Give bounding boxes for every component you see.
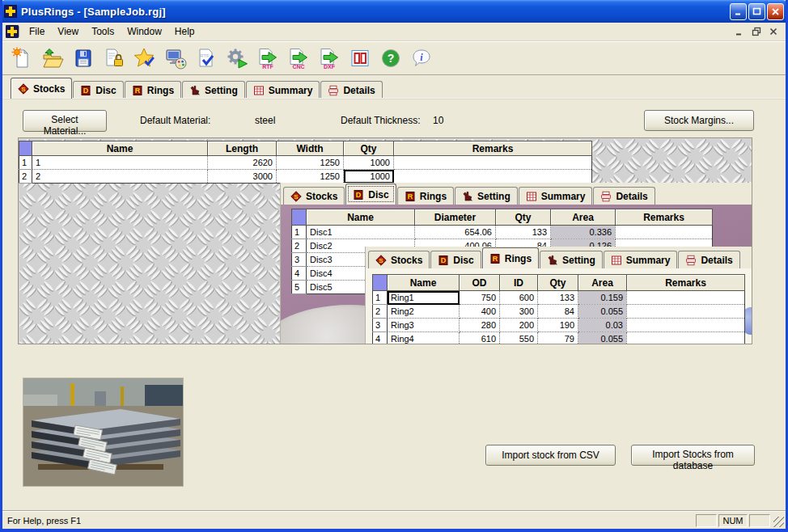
- column-header-remarks[interactable]: Remarks: [394, 141, 592, 156]
- row-number[interactable]: 4: [373, 332, 388, 345]
- import-stocks-from-database-button[interactable]: Import Stocks from database: [631, 445, 755, 466]
- column-header-remarks[interactable]: Remarks: [616, 209, 713, 226]
- column-header-qty[interactable]: Qty: [344, 141, 394, 156]
- mdi-close-button[interactable]: [765, 25, 781, 38]
- grid-cell[interactable]: 280: [460, 319, 500, 332]
- tab-stocks[interactable]: Stocks: [11, 78, 72, 99]
- tab-summary[interactable]: Summary: [519, 187, 593, 205]
- export-dxf-button[interactable]: DXF: [316, 45, 342, 71]
- grid-cell[interactable]: 84: [538, 305, 578, 319]
- row-number[interactable]: 2: [292, 239, 307, 253]
- tab-stocks[interactable]: Stocks: [283, 187, 345, 205]
- tab-rings[interactable]: Rings: [482, 247, 539, 268]
- grid-cell[interactable]: 200: [500, 319, 538, 332]
- grid-cell[interactable]: 300: [500, 305, 538, 319]
- document-system-icon[interactable]: [6, 25, 19, 38]
- grid-cell[interactable]: [394, 156, 592, 170]
- menu-help[interactable]: Help: [168, 23, 201, 40]
- row-number[interactable]: 5: [292, 281, 307, 294]
- grid-cell[interactable]: 2: [32, 170, 208, 184]
- menu-view[interactable]: View: [51, 23, 85, 40]
- about-button[interactable]: [409, 45, 434, 71]
- verify-rtf-button[interactable]: [193, 45, 219, 71]
- grid-cell[interactable]: 1: [32, 156, 208, 170]
- grid-cell[interactable]: 600: [500, 291, 538, 305]
- grid-cell[interactable]: 79: [538, 332, 578, 345]
- menu-file[interactable]: File: [23, 23, 51, 40]
- open-file-button[interactable]: [40, 45, 66, 71]
- tab-disc[interactable]: Disc: [345, 184, 396, 205]
- row-number[interactable]: 4: [292, 267, 307, 281]
- grid-cell[interactable]: 400: [460, 305, 500, 319]
- tab-stocks[interactable]: Stocks: [368, 251, 430, 268]
- column-header-name[interactable]: Name: [307, 209, 415, 226]
- select-all-corner[interactable]: [292, 209, 307, 226]
- grid-cell[interactable]: [616, 226, 713, 239]
- column-header-width[interactable]: Width: [277, 141, 344, 156]
- grid-cell[interactable]: 750: [460, 291, 500, 305]
- close-button[interactable]: [767, 3, 784, 20]
- tab-setting[interactable]: Setting: [455, 187, 518, 205]
- grid-cell[interactable]: 0.159: [578, 291, 627, 305]
- tab-details[interactable]: Details: [678, 251, 739, 268]
- tab-rings[interactable]: Rings: [125, 81, 181, 99]
- row-number[interactable]: 2: [373, 305, 388, 319]
- tab-details[interactable]: Details: [593, 187, 655, 205]
- column-header-qty[interactable]: Qty: [538, 275, 578, 291]
- column-header-name[interactable]: Name: [388, 275, 460, 291]
- grid-cell[interactable]: 0.336: [551, 226, 616, 239]
- minimize-button[interactable]: [730, 3, 747, 20]
- grid-cell[interactable]: 1000: [344, 156, 394, 170]
- new-document-button[interactable]: [9, 45, 35, 71]
- export-cnc-button[interactable]: CNC: [286, 45, 311, 71]
- tab-disc[interactable]: Disc: [430, 251, 481, 268]
- select-all-corner[interactable]: [19, 141, 32, 156]
- tab-summary[interactable]: Summary: [246, 81, 320, 99]
- tab-setting[interactable]: Setting: [182, 81, 245, 99]
- grid-cell[interactable]: Ring3: [388, 319, 460, 332]
- grid-cell[interactable]: Ring2: [388, 305, 460, 319]
- column-header-remarks[interactable]: Remarks: [627, 275, 745, 291]
- grid-cell[interactable]: 3000: [208, 170, 277, 184]
- tab-disc[interactable]: Disc: [73, 81, 123, 99]
- row-number[interactable]: 3: [373, 319, 388, 332]
- grid-cell[interactable]: 0.03: [578, 319, 627, 332]
- grid-cell[interactable]: 610: [460, 332, 500, 345]
- row-number[interactable]: 1: [19, 156, 32, 170]
- layout-grid-button[interactable]: [347, 45, 373, 71]
- process-settings-button[interactable]: [224, 45, 250, 71]
- resize-grip[interactable]: [773, 517, 784, 527]
- display-settings-button[interactable]: [163, 45, 189, 71]
- grid-cell[interactable]: [394, 170, 592, 184]
- column-header-od[interactable]: OD: [460, 275, 500, 291]
- mdi-restore-button[interactable]: [748, 25, 764, 38]
- grid-cell[interactable]: Disc1: [307, 226, 415, 239]
- row-number[interactable]: 1: [292, 226, 307, 239]
- tab-rings[interactable]: Rings: [397, 187, 454, 205]
- column-header-length[interactable]: Length: [208, 141, 277, 156]
- grid-cell[interactable]: 0.055: [578, 305, 627, 319]
- mdi-minimize-button[interactable]: [731, 25, 747, 38]
- grid-cell[interactable]: 550: [500, 332, 538, 345]
- grid-cell[interactable]: [627, 291, 745, 305]
- maximize-button[interactable]: [748, 3, 765, 20]
- grid-cell[interactable]: 654.06: [415, 226, 496, 239]
- select-material-button[interactable]: Select Material...: [23, 110, 107, 132]
- favorites-button[interactable]: [132, 45, 158, 71]
- grid-cell[interactable]: Ring4: [388, 332, 460, 345]
- menu-window[interactable]: Window: [121, 23, 168, 40]
- grid-cell[interactable]: 1000: [344, 170, 394, 184]
- save-file-button[interactable]: [70, 45, 96, 71]
- tab-details[interactable]: Details: [320, 81, 382, 99]
- protect-document-button[interactable]: [101, 45, 127, 71]
- select-all-corner[interactable]: [373, 275, 388, 291]
- row-number[interactable]: 3: [292, 253, 307, 267]
- grid-cell[interactable]: [627, 332, 745, 345]
- stock-margins-button[interactable]: Stock Margins...: [644, 110, 754, 131]
- grid-cell[interactable]: 2620: [208, 156, 277, 170]
- menu-tools[interactable]: Tools: [85, 23, 121, 40]
- column-header-area[interactable]: Area: [551, 209, 616, 226]
- grid-cell[interactable]: [627, 305, 745, 319]
- grid-cell[interactable]: 0.055: [578, 332, 627, 345]
- grid-cell[interactable]: 190: [538, 319, 578, 332]
